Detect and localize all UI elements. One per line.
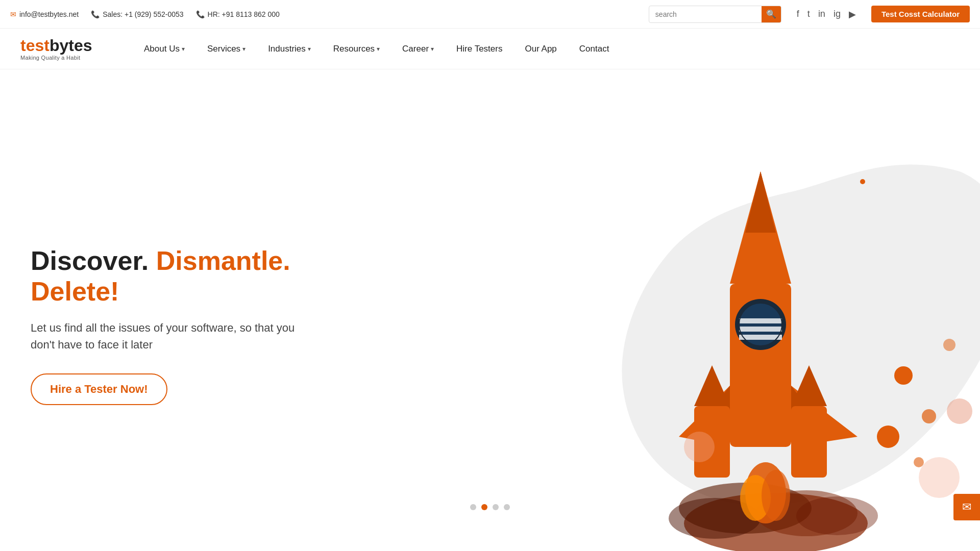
top-bar: ✉ info@testbytes.net 📞 Sales: +1 (929) 5…	[0, 0, 980, 29]
logo-bytes: bytes	[50, 36, 92, 55]
main-nav: testbytes Making Quality a Habit About U…	[0, 29, 980, 69]
nav-industries-label: Industries	[268, 44, 306, 54]
svg-point-29	[914, 457, 924, 467]
nav-our-app-label: Our App	[525, 44, 556, 54]
logo-tagline: Making Quality a Habit	[20, 55, 102, 61]
nav-industries[interactable]: Industries ▾	[257, 29, 322, 69]
hero-content: Discover. Dismantle. Delete! Let us find…	[0, 215, 357, 405]
linkedin-icon[interactable]: in	[818, 9, 825, 19]
hr-text: HR: +91 8113 862 000	[208, 10, 280, 18]
nav-about-us[interactable]: About Us ▾	[133, 29, 196, 69]
svg-point-7	[762, 470, 790, 521]
search-icon: 🔍	[766, 9, 776, 19]
nav-resources-label: Resources	[333, 44, 375, 54]
nav-hire-testers[interactable]: Hire Testers	[445, 29, 513, 69]
nav-career[interactable]: Career ▾	[391, 29, 445, 69]
svg-marker-22	[694, 365, 730, 406]
slider-dot-3[interactable]	[493, 504, 499, 510]
email-text: info@testbytes.net	[19, 10, 79, 18]
slider-dot-4[interactable]	[504, 504, 510, 510]
svg-rect-15	[739, 335, 782, 340]
logo-test: test	[20, 36, 50, 55]
svg-point-32	[919, 457, 960, 498]
email-icon: ✉	[10, 10, 16, 18]
svg-marker-10	[745, 171, 776, 233]
hr-contact: 📞 HR: +91 8113 862 000	[196, 10, 280, 18]
svg-rect-23	[791, 406, 827, 478]
sales-text: Sales: +1 (929) 552-0053	[103, 10, 183, 18]
search-button[interactable]: 🔍	[762, 6, 781, 23]
services-chevron-icon: ▾	[242, 45, 246, 53]
hero-subtitle-line2: don't have to face it later	[31, 338, 153, 351]
instagram-icon[interactable]: ig	[834, 9, 841, 19]
svg-point-25	[894, 366, 913, 385]
cost-calculator-button[interactable]: Test Cosst Calculator	[871, 6, 970, 22]
hero-subtitle: Let us find all the issues of your softw…	[31, 319, 357, 353]
phone-icon: 📞	[91, 10, 100, 18]
youtube-icon[interactable]: ▶	[849, 9, 856, 20]
nav-links: About Us ▾ Services ▾ Industries ▾ Resou…	[133, 29, 960, 69]
nav-our-app[interactable]: Our App	[513, 29, 568, 69]
slider-dot-1[interactable]	[470, 504, 476, 510]
svg-rect-14	[739, 327, 782, 332]
nav-hire-testers-label: Hire Testers	[456, 44, 502, 54]
hr-phone-icon: 📞	[196, 10, 205, 18]
nav-contact[interactable]: Contact	[568, 29, 621, 69]
hero-rocket-illustration	[521, 80, 980, 551]
resources-chevron-icon: ▾	[377, 45, 380, 53]
hero-section: Discover. Dismantle. Delete! Let us find…	[0, 69, 980, 551]
svg-point-30	[860, 179, 865, 184]
sales-contact: 📞 Sales: +1 (929) 552-0053	[91, 10, 183, 18]
slider-dot-2[interactable]	[481, 504, 487, 510]
svg-rect-13	[739, 318, 782, 323]
facebook-icon[interactable]: f	[797, 9, 799, 19]
career-chevron-icon: ▾	[431, 45, 434, 53]
hero-title-plain: Discover.	[31, 246, 149, 276]
social-links: f t in ig ▶	[797, 9, 856, 20]
logo-wordmark: testbytes	[20, 37, 102, 54]
nav-contact-label: Contact	[579, 44, 609, 54]
contact-info: ✉ info@testbytes.net 📞 Sales: +1 (929) 5…	[10, 10, 633, 18]
nav-about-us-label: About Us	[144, 44, 180, 54]
logo[interactable]: testbytes Making Quality a Habit	[20, 37, 102, 61]
search-input[interactable]	[649, 10, 762, 18]
email-widget-icon: ✉	[962, 500, 971, 514]
about-us-chevron-icon: ▾	[182, 45, 185, 53]
nav-career-label: Career	[402, 44, 429, 54]
svg-point-4	[796, 496, 878, 535]
nav-services-label: Services	[207, 44, 240, 54]
twitter-icon[interactable]: t	[807, 9, 810, 19]
hero-title: Discover. Dismantle. Delete!	[31, 246, 357, 307]
search-bar[interactable]: 🔍	[649, 6, 781, 23]
svg-point-33	[947, 398, 972, 424]
slider-navigation[interactable]	[470, 504, 510, 510]
svg-point-26	[922, 409, 936, 423]
industries-chevron-icon: ▾	[308, 45, 311, 53]
svg-point-28	[943, 339, 955, 351]
nav-services[interactable]: Services ▾	[196, 29, 257, 69]
email-contact: ✉ info@testbytes.net	[10, 10, 79, 18]
email-widget[interactable]: ✉	[953, 494, 980, 520]
svg-point-31	[684, 432, 715, 462]
hire-tester-button[interactable]: Hire a Tester Now!	[31, 373, 167, 405]
svg-marker-24	[791, 365, 827, 406]
nav-resources[interactable]: Resources ▾	[322, 29, 391, 69]
svg-point-27	[877, 425, 899, 448]
hero-subtitle-line1: Let us find all the issues of your softw…	[31, 321, 295, 334]
